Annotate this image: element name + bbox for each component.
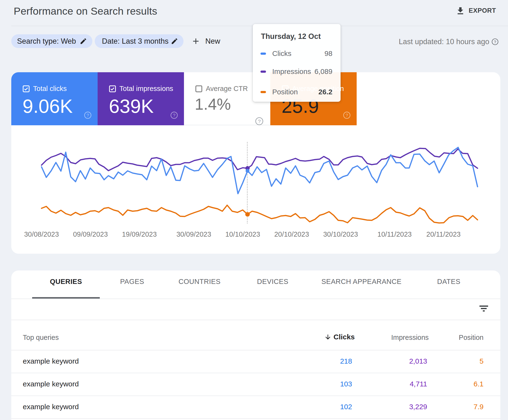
svg-text:?: ? — [494, 40, 496, 45]
svg-text:09/09/2023: 09/09/2023 — [73, 230, 108, 238]
svg-text:10/11/2023: 10/11/2023 — [377, 230, 412, 238]
svg-text:20/10/2023: 20/10/2023 — [274, 230, 309, 238]
svg-text:?: ? — [173, 113, 176, 118]
svg-text:?: ? — [346, 113, 348, 118]
svg-text:30/08/2023: 30/08/2023 — [24, 230, 59, 238]
svg-text:10/10/2023: 10/10/2023 — [225, 230, 260, 238]
svg-text:30/10/2023: 30/10/2023 — [323, 230, 358, 238]
svg-text:?: ? — [258, 119, 261, 124]
svg-text:30/09/2023: 30/09/2023 — [176, 230, 211, 238]
svg-text:?: ? — [87, 113, 89, 118]
svg-text:19/09/2023: 19/09/2023 — [122, 230, 157, 238]
svg-text:20/11/2023: 20/11/2023 — [427, 230, 461, 238]
